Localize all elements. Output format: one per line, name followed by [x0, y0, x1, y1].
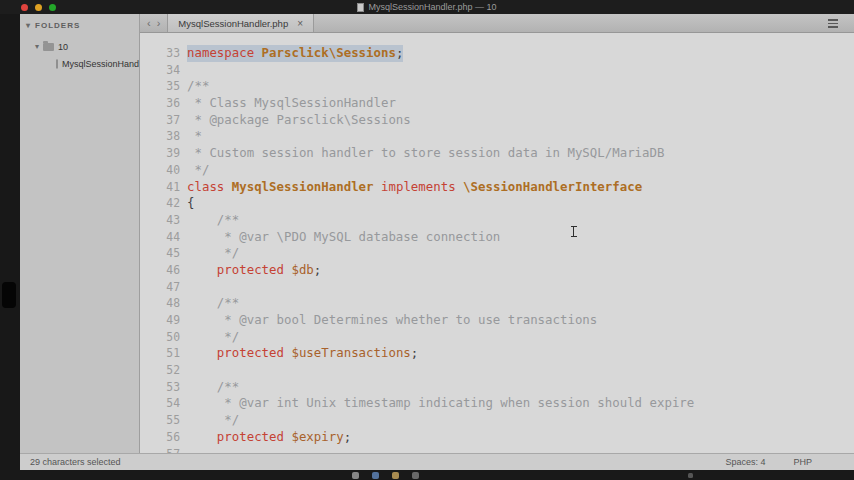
sidebar-item-folder-10[interactable]: ▾ 10	[20, 38, 139, 55]
code-text[interactable]: * @package Parsclick\Sessions	[187, 112, 411, 129]
code-line[interactable]: 46 protected $db;	[140, 262, 854, 279]
line-number[interactable]: 42	[140, 195, 180, 212]
line-number[interactable]: 46	[140, 262, 180, 279]
code-text[interactable]: */	[187, 412, 239, 429]
code-line[interactable]: 53 /**	[140, 379, 854, 396]
status-bar: 29 characters selected Spaces: 4 PHP	[20, 453, 854, 470]
code-line[interactable]: 35/**	[140, 78, 854, 95]
folders-label: FOLDERS	[35, 21, 80, 30]
code-line[interactable]: 33namespace Parsclick\Sessions;	[140, 45, 854, 62]
folder-label: 10	[58, 42, 68, 52]
code-line[interactable]: 40 */	[140, 162, 854, 179]
code-text[interactable]: * @var bool Determines whether to use tr…	[187, 312, 597, 329]
code-text[interactable]: *	[187, 128, 202, 145]
code-text[interactable]: protected $expiry;	[187, 429, 351, 446]
code-line[interactable]: 38 *	[140, 128, 854, 145]
code-line[interactable]: 47	[140, 279, 854, 296]
code-line[interactable]: 51 protected $useTransactions;	[140, 345, 854, 362]
sidebar: ▾ FOLDERS ▾ 10 MysqlSessionHandler	[20, 14, 140, 453]
ibeam-cursor-icon	[570, 226, 577, 237]
tab-mysqlsessionhandler-php[interactable]: MysqlSessionHandler.php ×	[167, 14, 314, 32]
line-number[interactable]: 40	[140, 162, 180, 179]
code-line[interactable]: 34	[140, 62, 854, 79]
line-number[interactable]: 54	[140, 395, 180, 412]
line-number[interactable]: 45	[140, 245, 180, 262]
code-line[interactable]: 57	[140, 446, 854, 454]
code-line[interactable]: 37 * @package Parsclick\Sessions	[140, 112, 854, 129]
hamburger-bar	[828, 19, 838, 21]
code-text[interactable]: {	[187, 195, 194, 212]
code-line[interactable]: 52	[140, 362, 854, 379]
code-text[interactable]: */	[187, 329, 239, 346]
dock-icon	[392, 472, 399, 479]
code-line[interactable]: 36 * Class MysqlSessionHandler	[140, 95, 854, 112]
line-number[interactable]: 34	[140, 62, 180, 79]
line-number[interactable]: 35	[140, 78, 180, 95]
line-number[interactable]: 36	[140, 95, 180, 112]
code-text[interactable]: namespace Parsclick\Sessions;	[187, 45, 403, 62]
line-number[interactable]: 53	[140, 379, 180, 396]
line-number[interactable]: 49	[140, 312, 180, 329]
chevron-down-icon[interactable]: ▾	[35, 43, 39, 51]
desktop-item	[2, 282, 16, 308]
history-forward-button[interactable]: ›	[154, 18, 164, 29]
code-text[interactable]: /**	[187, 212, 239, 229]
code-line[interactable]: 55 */	[140, 412, 854, 429]
code-line[interactable]: 49 * @var bool Determines whether to use…	[140, 312, 854, 329]
code-line[interactable]: 50 */	[140, 329, 854, 346]
code-line[interactable]: 41class MysqlSessionHandler implements \…	[140, 179, 854, 196]
code-text[interactable]: * Custom session handler to store sessio…	[187, 145, 664, 162]
desktop-edge	[0, 14, 20, 470]
line-number[interactable]: 52	[140, 362, 180, 379]
line-number[interactable]: 43	[140, 212, 180, 229]
code-text[interactable]: /**	[187, 379, 239, 396]
history-back-button[interactable]: ‹	[144, 18, 154, 29]
chevron-down-icon: ▾	[26, 22, 31, 30]
code-line[interactable]: 45 */	[140, 245, 854, 262]
sidebar-item-file-mysqlsessionhandler[interactable]: MysqlSessionHandler	[20, 55, 139, 72]
code-text[interactable]: protected $db;	[187, 262, 321, 279]
hamburger-bar	[828, 23, 838, 25]
code-line[interactable]: 54 * @var int Unix timestamp indicating …	[140, 395, 854, 412]
code-line[interactable]: 42{	[140, 195, 854, 212]
code-text[interactable]: * Class MysqlSessionHandler	[187, 95, 396, 112]
code-text[interactable]: class MysqlSessionHandler implements \Se…	[187, 179, 642, 196]
code-line[interactable]: 56 protected $expiry;	[140, 429, 854, 446]
line-number[interactable]: 41	[140, 179, 180, 196]
dock-icon	[688, 473, 693, 478]
code-text[interactable]: */	[187, 162, 209, 179]
code-line[interactable]: 39 * Custom session handler to store ses…	[140, 145, 854, 162]
code-editor[interactable]: 33namespace Parsclick\Sessions;3435/**36…	[140, 33, 854, 453]
tab-overflow-menu-button[interactable]	[828, 19, 838, 28]
line-number[interactable]: 44	[140, 229, 180, 246]
tab-close-button[interactable]: ×	[297, 18, 303, 29]
line-number[interactable]: 56	[140, 429, 180, 446]
code-text[interactable]: */	[187, 245, 239, 262]
code-line[interactable]: 48 /**	[140, 295, 854, 312]
line-number[interactable]: 37	[140, 112, 180, 129]
indent-setting-button[interactable]: Spaces: 4	[725, 457, 765, 467]
line-number[interactable]: 38	[140, 128, 180, 145]
folders-header[interactable]: ▾ FOLDERS	[20, 14, 139, 30]
code-text[interactable]: /**	[187, 295, 239, 312]
code-lines: 33namespace Parsclick\Sessions;3435/**36…	[140, 45, 854, 453]
code-line[interactable]: 44 * @var \PDO MySQL database connection	[140, 229, 854, 246]
code-line[interactable]: 43 /**	[140, 212, 854, 229]
code-text[interactable]: * @var int Unix timestamp indicating whe…	[187, 395, 694, 412]
code-text[interactable]: protected $useTransactions;	[187, 345, 418, 362]
window-titlebar[interactable]: MysqlSessionHandler.php — 10	[0, 0, 854, 14]
tab-label: MysqlSessionHandler.php	[178, 18, 288, 29]
line-number[interactable]: 33	[140, 45, 180, 62]
line-number[interactable]: 48	[140, 295, 180, 312]
line-number[interactable]: 50	[140, 329, 180, 346]
file-icon	[56, 59, 58, 69]
syntax-mode-button[interactable]: PHP	[793, 457, 812, 467]
dock-icon	[352, 472, 359, 479]
line-number[interactable]: 39	[140, 145, 180, 162]
line-number[interactable]: 47	[140, 279, 180, 296]
code-text[interactable]: * @var \PDO MySQL database connection	[187, 229, 500, 246]
line-number[interactable]: 55	[140, 412, 180, 429]
line-number[interactable]: 51	[140, 345, 180, 362]
code-text[interactable]: /**	[187, 78, 209, 95]
line-number[interactable]: 57	[140, 446, 180, 454]
